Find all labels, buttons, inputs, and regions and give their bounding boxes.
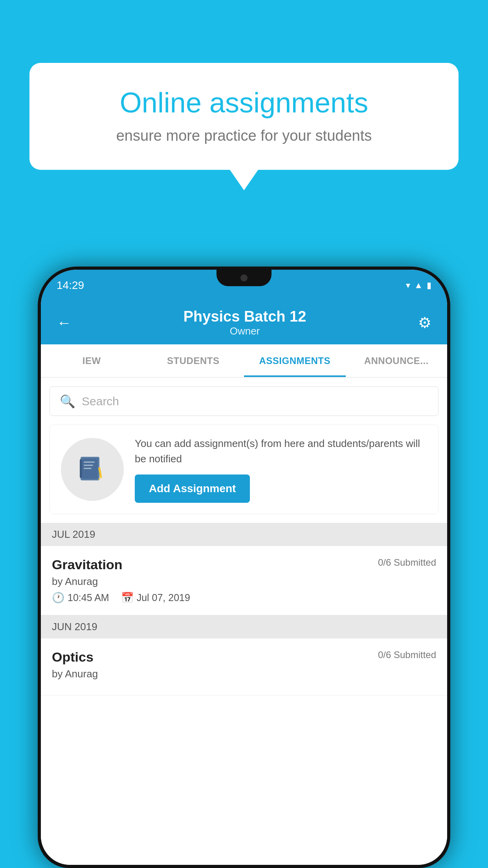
- settings-icon[interactable]: ⚙: [418, 314, 431, 331]
- search-icon: 🔍: [60, 394, 75, 409]
- assignment-icon-circle: [61, 438, 124, 501]
- content-area: 🔍 Search: [41, 378, 447, 865]
- camera: [240, 274, 248, 281]
- svg-rect-5: [80, 459, 82, 478]
- assignment-top-optics: Optics 0/6 Submitted: [52, 649, 436, 665]
- section-header-jul: JUL 2019: [41, 523, 447, 546]
- tab-iew[interactable]: IEW: [41, 344, 143, 377]
- search-bar[interactable]: 🔍 Search: [50, 386, 438, 416]
- tab-assignments-label: ASSIGNMENTS: [259, 355, 330, 366]
- status-icons: ▾ ▲ ▮: [406, 280, 431, 291]
- info-card: You can add assignment(s) from here and …: [50, 425, 438, 514]
- svg-rect-3: [84, 465, 93, 466]
- promo-section: Online assignments ensure more practice …: [29, 63, 459, 170]
- notch: [216, 270, 272, 286]
- assignment-item-gravitation[interactable]: Gravitation 0/6 Submitted by Anurag 🕐 10…: [41, 546, 447, 615]
- assignment-submitted-optics: 0/6 Submitted: [378, 649, 436, 660]
- svg-rect-2: [84, 462, 95, 463]
- wifi-icon: ▾: [406, 280, 410, 291]
- add-assignment-button[interactable]: Add Assignment: [135, 474, 250, 503]
- status-time: 14:29: [57, 279, 84, 292]
- assignment-submitted-gravitation: 0/6 Submitted: [378, 557, 436, 568]
- header-subtitle: Owner: [183, 325, 306, 337]
- section-header-jun: JUN 2019: [41, 615, 447, 638]
- svg-rect-4: [84, 468, 92, 469]
- assignment-time-value: 10:45 AM: [68, 592, 109, 603]
- signal-icon: ▲: [414, 280, 423, 291]
- status-bar: 14:29 ▾ ▲ ▮: [41, 270, 447, 301]
- calendar-icon: 📅: [121, 592, 134, 604]
- battery-icon: ▮: [427, 280, 431, 291]
- assignment-title-optics: Optics: [52, 649, 94, 665]
- tab-assignments[interactable]: ASSIGNMENTS: [244, 344, 346, 377]
- assignment-date-value: Jul 07, 2019: [137, 592, 190, 603]
- bubble-title: Online assignments: [57, 86, 431, 119]
- speech-bubble: Online assignments ensure more practice …: [29, 63, 459, 170]
- phone-frame: 14:29 ▾ ▲ ▮ ← Physics Batch 12 Owner ⚙ I…: [38, 267, 450, 868]
- assignment-title-gravitation: Gravitation: [52, 557, 122, 572]
- assignment-item-optics[interactable]: Optics 0/6 Submitted by Anurag: [41, 638, 447, 695]
- search-placeholder: Search: [82, 395, 119, 408]
- clock-icon: 🕐: [52, 592, 64, 604]
- tab-students[interactable]: STUDENTS: [143, 344, 244, 377]
- section-header-jun-label: JUN 2019: [52, 621, 97, 633]
- assignment-by-optics: by Anurag: [52, 668, 436, 680]
- assignment-top: Gravitation 0/6 Submitted: [52, 557, 436, 572]
- section-header-jul-label: JUL 2019: [52, 528, 95, 540]
- tab-iew-label: IEW: [83, 355, 101, 366]
- header-title-area: Physics Batch 12 Owner: [183, 308, 306, 337]
- header-title: Physics Batch 12: [183, 308, 306, 325]
- tab-announcements[interactable]: ANNOUNCE...: [346, 344, 448, 377]
- assignment-meta-gravitation: 🕐 10:45 AM 📅 Jul 07, 2019: [52, 592, 436, 604]
- assignment-by-gravitation: by Anurag: [52, 576, 436, 588]
- app-header: ← Physics Batch 12 Owner ⚙: [41, 301, 447, 344]
- info-description: You can add assignment(s) from here and …: [135, 436, 427, 467]
- phone-screen: 14:29 ▾ ▲ ▮ ← Physics Batch 12 Owner ⚙ I…: [41, 270, 447, 865]
- info-text-area: You can add assignment(s) from here and …: [135, 436, 427, 503]
- tab-announcements-label: ANNOUNCE...: [364, 355, 429, 366]
- notebook-icon: [77, 454, 108, 485]
- assignment-date: 📅 Jul 07, 2019: [121, 592, 190, 604]
- tabs-bar: IEW STUDENTS ASSIGNMENTS ANNOUNCE...: [41, 344, 447, 378]
- back-button[interactable]: ←: [57, 314, 72, 331]
- assignment-time: 🕐 10:45 AM: [52, 592, 109, 604]
- tab-students-label: STUDENTS: [167, 355, 219, 366]
- bubble-subtitle: ensure more practice for your students: [57, 127, 431, 144]
